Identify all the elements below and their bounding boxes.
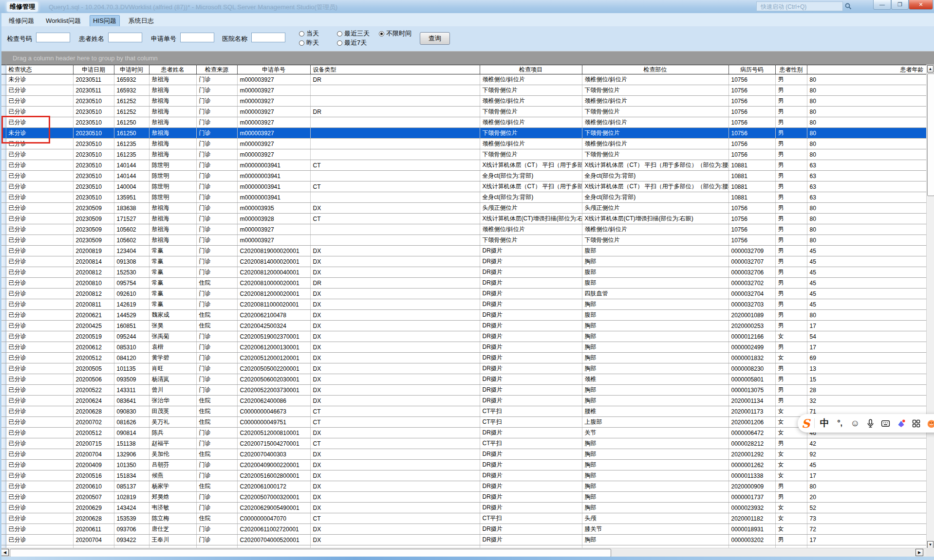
- mascot-icon[interactable]: [925, 417, 934, 430]
- tab-2[interactable]: Worklist问题: [43, 16, 84, 26]
- chinese-mode-icon[interactable]: 中: [817, 417, 831, 430]
- table-row[interactable]: 已分诊20200621144529魏家成住院C2020062100478DXDR…: [0, 310, 926, 321]
- table-row[interactable]: 已分诊20230510161235敖祖海门诊m000003927颈椎侧位/斜位片…: [0, 139, 926, 149]
- tab-3[interactable]: HIS问题: [90, 15, 120, 27]
- table-row[interactable]: 已分诊20200810095754常赢住院C20200810000020001D…: [0, 278, 926, 289]
- query-button[interactable]: 查询: [420, 32, 450, 45]
- punctuation-icon[interactable]: °,: [833, 417, 847, 430]
- cell: 四肢血管: [582, 289, 729, 299]
- scroll-down-button[interactable]: ▼: [927, 541, 934, 548]
- column-header-9[interactable]: 检查部位: [582, 65, 729, 74]
- tab-1[interactable]: 维修问题: [6, 16, 37, 26]
- table-row[interactable]: 已分诊20200702081626吴万礼住院C0000000049751CTCT…: [0, 417, 926, 428]
- table-row[interactable]: 已分诊20230510161252敖祖海门诊m000003927DR下颌骨侧位片…: [0, 107, 926, 117]
- table-row[interactable]: 已分诊20230510140004陈世明门诊m00000003941CTX线计算…: [0, 181, 926, 192]
- table-row[interactable]: 已分诊20200519095244张禹菊门诊C20200519002370001…: [0, 331, 926, 342]
- radio-3[interactable]: 最近三天: [337, 30, 370, 37]
- table-row[interactable]: 未分诊20230510161250敖祖海门诊m000003927下颌骨侧位片下颌…: [0, 128, 926, 139]
- table-row[interactable]: 未分诊20230511165932敖祖海门诊m000003927DR颈椎侧位/斜…: [0, 74, 926, 85]
- close-button[interactable]: ✕: [909, 0, 933, 10]
- column-header-6[interactable]: 申请单号: [237, 65, 310, 74]
- quick-launch-input[interactable]: 快速启动 (Ctrl+Q): [756, 1, 843, 11]
- table-row[interactable]: 已分诊20200512084120黄学碧门诊C20200512000120001…: [0, 353, 926, 363]
- cell: 165932: [114, 74, 149, 85]
- radio-5[interactable]: 不限时间: [379, 30, 411, 37]
- table-row[interactable]: 已分诊20200629143424韦济敏门诊C20200629005490001…: [0, 503, 926, 513]
- table-row[interactable]: 已分诊20230510140144陈世明门诊m00000003941CTX线计算…: [0, 160, 926, 171]
- cell: 095244: [114, 331, 149, 342]
- cell: 已分诊: [6, 289, 73, 299]
- table-row[interactable]: 已分诊20200812092610常赢门诊C20200812000020001D…: [0, 289, 926, 299]
- table-row[interactable]: 已分诊20200409101350吕朝芬门诊C20200409000220001…: [0, 460, 926, 470]
- radio-1[interactable]: 当天: [299, 30, 319, 37]
- table-row[interactable]: 已分诊20230509171527敖祖海门诊m000003928CTX线计算机体…: [0, 214, 926, 224]
- voice-icon[interactable]: [863, 417, 878, 430]
- group-by-bar[interactable]: Drag a column header here to group by th…: [0, 51, 934, 65]
- table-row[interactable]: 已分诊20200819123404常赢门诊C20200819000020001D…: [0, 246, 926, 256]
- table-row[interactable]: 已分诊20230509105602敖祖海门诊m000003927颈椎侧位/斜位片…: [0, 224, 926, 235]
- soft-keyboard-icon[interactable]: [878, 417, 893, 430]
- column-header-4[interactable]: 患者姓名: [149, 65, 196, 74]
- table-row[interactable]: 已分诊20200704093422王奉川门诊C20200704000520001…: [0, 535, 926, 545]
- column-header-10[interactable]: 病历号码: [729, 65, 775, 74]
- table-row[interactable]: 已分诊20230510140144陈世明门诊m00000003941全身ct(部…: [0, 171, 926, 181]
- scroll-left-button[interactable]: ◀: [1, 549, 9, 556]
- horizontal-scrollbar[interactable]: ◀ ▶: [0, 548, 926, 557]
- toolbox-icon[interactable]: [909, 417, 923, 430]
- minimize-button[interactable]: —: [873, 0, 891, 10]
- table-row[interactable]: 已分诊20200512090814陈兵门诊C20200512000810001D…: [0, 428, 926, 438]
- scroll-up-button[interactable]: ▲: [927, 65, 934, 72]
- tab-4[interactable]: 系统日志: [126, 16, 157, 26]
- horizontal-scroll-thumb[interactable]: [10, 549, 611, 557]
- table-row[interactable]: 已分诊20230509183638敖祖海门诊m000003935DX头颅正侧位片…: [0, 203, 926, 214]
- vertical-scrollbar[interactable]: ▲ ▼: [926, 65, 934, 549]
- sogou-logo-icon[interactable]: S: [799, 417, 813, 430]
- table-row[interactable]: 已分诊20200628090830田茂英住院C0000000046673CTCT…: [0, 406, 926, 417]
- filter-input-2[interactable]: [108, 33, 142, 42]
- column-header-3[interactable]: 申请时间: [114, 65, 149, 74]
- column-header-1[interactable]: 检查状态: [6, 65, 73, 74]
- cell: 63: [807, 192, 926, 203]
- table-row[interactable]: 已分诊20200506093509杨清岚门诊C20200506002030001…: [0, 374, 926, 385]
- emoji-icon[interactable]: ☺: [848, 417, 862, 430]
- table-row[interactable]: 已分诊20230510161250敖祖海门诊m000003927颈椎侧位/斜位片…: [0, 117, 926, 128]
- skin-icon[interactable]: [894, 417, 908, 430]
- table-row[interactable]: 已分诊20200811142619常赢门诊C20200811000020001D…: [0, 299, 926, 310]
- table-row[interactable]: 已分诊20200610085137杨家学住院C2020061000172DXDR…: [0, 481, 926, 492]
- table-row[interactable]: 已分诊20200522143311曾川门诊C20200522003730001D…: [0, 385, 926, 396]
- table-row[interactable]: 已分诊20200507102819郑昊焓门诊C20200507000320001…: [0, 492, 926, 503]
- table-row[interactable]: 已分诊20200812152530常赢门诊C20200812000040001D…: [0, 267, 926, 278]
- table-row[interactable]: 已分诊20230510161235敖祖海门诊m000003927下颌骨侧位片下颌…: [0, 149, 926, 160]
- vertical-scroll-thumb[interactable]: [927, 73, 934, 196]
- table-row[interactable]: 已分诊20230510161252敖祖海门诊m000003927颈椎侧位/斜位片…: [0, 96, 926, 107]
- table-row[interactable]: 已分诊20200612085310袁楷门诊C20200612000130001D…: [0, 342, 926, 353]
- filter-input-1[interactable]: [36, 33, 70, 42]
- table-row[interactable]: 已分诊20230509105602敖祖海门诊m000003927下颌骨侧位片下颌…: [0, 235, 926, 246]
- table-row[interactable]: 已分诊20200624083641张治华住院C2020062400086DXDR…: [0, 396, 926, 406]
- column-header-8[interactable]: 检查项目: [480, 65, 582, 74]
- column-header-5[interactable]: 检查来源: [196, 65, 237, 74]
- cell: 门诊: [196, 438, 237, 449]
- scroll-right-button[interactable]: ▶: [915, 549, 923, 556]
- table-row[interactable]: 已分诊20230510135951陈世明门诊m00000003941全身ct(部…: [0, 192, 926, 203]
- column-header-2[interactable]: 申请日期: [73, 65, 114, 74]
- table-row[interactable]: 已分诊20200505101135肖旺门诊C20200505002200001D…: [0, 363, 926, 374]
- column-header-12[interactable]: 患者年龄: [807, 65, 926, 74]
- table-row[interactable]: 已分诊20200425160851张昊住院C2020042500324DXDR摄…: [0, 321, 926, 331]
- table-row[interactable]: 已分诊20200814091308常赢门诊C20200814000020001D…: [0, 256, 926, 267]
- radio-2[interactable]: 昨天: [299, 39, 319, 46]
- cell: 门诊: [196, 342, 237, 353]
- table-row[interactable]: 已分诊20200611093706唐仕芝门诊C20200611002720001…: [0, 524, 926, 535]
- column-header-7[interactable]: 设备类型: [310, 65, 480, 74]
- table-row[interactable]: 已分诊20200516151834候燕门诊C20200516002800001D…: [0, 470, 926, 481]
- table-row[interactable]: 已分诊20200704132906吴加伦住院C2020070400303DXDR…: [0, 449, 926, 460]
- table-row[interactable]: 已分诊20200715151138赵福平门诊C20200715004270001…: [0, 438, 926, 449]
- radio-4[interactable]: 最近7天: [337, 39, 367, 46]
- table-row[interactable]: 已分诊20230511165932敖祖海门诊m000003927下颌骨侧位片下颌…: [0, 85, 926, 96]
- filter-input-4[interactable]: [251, 33, 285, 42]
- filter-input-3[interactable]: [180, 33, 214, 42]
- column-header-11[interactable]: 患者性别: [775, 65, 807, 74]
- cell: 143311: [114, 385, 149, 396]
- restore-button[interactable]: ❐: [891, 0, 909, 10]
- table-row[interactable]: 已分诊20200628153539陈立梅住院C0000000047070CTCT…: [0, 513, 926, 524]
